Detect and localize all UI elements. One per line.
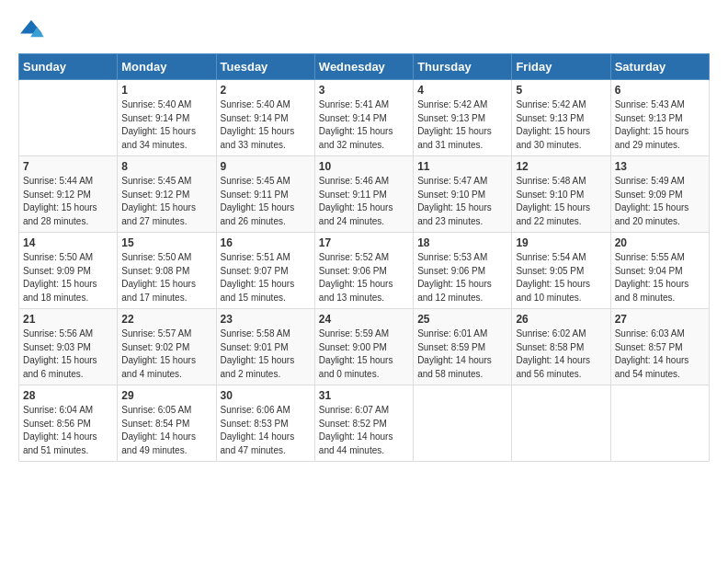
day-info: Sunrise: 5:45 AM Sunset: 9:11 PM Dayligh…	[221, 175, 311, 228]
day-info: Sunrise: 5:50 AM Sunset: 9:08 PM Dayligh…	[121, 251, 211, 304]
day-number: 14	[23, 236, 113, 249]
day-info: Sunrise: 6:01 AM Sunset: 8:59 PM Dayligh…	[417, 327, 507, 381]
calendar-cell: 29Sunrise: 6:05 AM Sunset: 8:54 PM Dayli…	[118, 385, 216, 462]
calendar-cell: 21Sunrise: 5:56 AM Sunset: 9:03 PM Dayli…	[19, 309, 118, 385]
day-number: 21	[23, 313, 113, 326]
logo-icon	[18, 18, 44, 39]
calendar-cell	[610, 385, 709, 462]
day-number: 9	[221, 160, 311, 173]
day-info: Sunrise: 5:52 AM Sunset: 9:06 PM Dayligh…	[319, 251, 409, 304]
calendar-cell: 30Sunrise: 6:06 AM Sunset: 8:53 PM Dayli…	[216, 385, 314, 462]
calendar-cell: 5Sunrise: 5:42 AM Sunset: 9:13 PM Daylig…	[512, 80, 610, 156]
week-row-2: 14Sunrise: 5:50 AM Sunset: 9:09 PM Dayli…	[19, 233, 710, 309]
day-number: 19	[516, 236, 606, 249]
day-info: Sunrise: 5:40 AM Sunset: 9:14 PM Dayligh…	[221, 98, 311, 152]
day-number: 12	[516, 160, 606, 173]
calendar-cell: 24Sunrise: 5:59 AM Sunset: 9:00 PM Dayli…	[314, 309, 413, 385]
day-number: 25	[417, 313, 507, 326]
calendar-cell: 22Sunrise: 5:57 AM Sunset: 9:02 PM Dayli…	[118, 309, 216, 385]
day-number: 20	[615, 236, 705, 249]
day-number: 29	[121, 389, 211, 402]
calendar-cell: 16Sunrise: 5:51 AM Sunset: 9:07 PM Dayli…	[216, 233, 314, 309]
day-info: Sunrise: 5:51 AM Sunset: 9:07 PM Dayligh…	[221, 251, 311, 304]
calendar-cell: 28Sunrise: 6:04 AM Sunset: 8:56 PM Dayli…	[19, 385, 118, 462]
calendar-cell: 26Sunrise: 6:02 AM Sunset: 8:58 PM Dayli…	[512, 309, 610, 385]
day-number: 2	[221, 84, 311, 97]
day-number: 22	[121, 313, 211, 326]
day-info: Sunrise: 5:42 AM Sunset: 9:13 PM Dayligh…	[516, 98, 606, 152]
calendar-cell: 9Sunrise: 5:45 AM Sunset: 9:11 PM Daylig…	[216, 156, 314, 233]
header-sunday: Sunday	[19, 54, 118, 80]
day-info: Sunrise: 5:44 AM Sunset: 9:12 PM Dayligh…	[23, 175, 113, 228]
calendar-cell: 2Sunrise: 5:40 AM Sunset: 9:14 PM Daylig…	[216, 80, 314, 156]
calendar-cell: 6Sunrise: 5:43 AM Sunset: 9:13 PM Daylig…	[610, 80, 709, 156]
calendar-cell	[512, 385, 610, 462]
day-number: 31	[319, 389, 409, 402]
day-number: 3	[319, 84, 409, 97]
calendar-cell: 17Sunrise: 5:52 AM Sunset: 9:06 PM Dayli…	[314, 233, 413, 309]
day-info: Sunrise: 5:47 AM Sunset: 9:10 PM Dayligh…	[417, 175, 507, 228]
calendar-cell: 23Sunrise: 5:58 AM Sunset: 9:01 PM Dayli…	[216, 309, 314, 385]
day-info: Sunrise: 5:53 AM Sunset: 9:06 PM Dayligh…	[417, 251, 507, 304]
calendar-cell	[19, 80, 118, 156]
day-info: Sunrise: 5:46 AM Sunset: 9:11 PM Dayligh…	[319, 175, 409, 228]
day-info: Sunrise: 5:48 AM Sunset: 9:10 PM Dayligh…	[516, 175, 606, 228]
day-info: Sunrise: 5:50 AM Sunset: 9:09 PM Dayligh…	[23, 251, 113, 304]
header-tuesday: Tuesday	[216, 54, 314, 80]
day-number: 30	[221, 389, 311, 402]
calendar-table: SundayMondayTuesdayWednesdayThursdayFrid…	[18, 53, 710, 462]
calendar-cell: 4Sunrise: 5:42 AM Sunset: 9:13 PM Daylig…	[414, 80, 512, 156]
calendar-cell: 8Sunrise: 5:45 AM Sunset: 9:12 PM Daylig…	[118, 156, 216, 233]
header-saturday: Saturday	[610, 54, 709, 80]
day-info: Sunrise: 5:49 AM Sunset: 9:09 PM Dayligh…	[615, 175, 705, 228]
day-info: Sunrise: 5:40 AM Sunset: 9:14 PM Dayligh…	[121, 98, 211, 152]
calendar-cell: 15Sunrise: 5:50 AM Sunset: 9:08 PM Dayli…	[118, 233, 216, 309]
logo	[18, 18, 48, 39]
calendar-cell	[414, 385, 512, 462]
day-info: Sunrise: 5:54 AM Sunset: 9:05 PM Dayligh…	[516, 251, 606, 304]
header-monday: Monday	[118, 54, 216, 80]
day-number: 17	[319, 236, 409, 249]
header	[18, 18, 710, 39]
day-number: 18	[417, 236, 507, 249]
day-number: 15	[121, 236, 211, 249]
day-info: Sunrise: 5:58 AM Sunset: 9:01 PM Dayligh…	[221, 327, 311, 381]
day-info: Sunrise: 6:02 AM Sunset: 8:58 PM Dayligh…	[516, 327, 606, 381]
day-number: 1	[121, 84, 211, 97]
day-number: 8	[121, 160, 211, 173]
day-number: 6	[615, 84, 705, 97]
day-number: 16	[221, 236, 311, 249]
day-number: 26	[516, 313, 606, 326]
calendar-cell: 19Sunrise: 5:54 AM Sunset: 9:05 PM Dayli…	[512, 233, 610, 309]
day-number: 7	[23, 160, 113, 173]
day-info: Sunrise: 6:03 AM Sunset: 8:57 PM Dayligh…	[615, 327, 705, 381]
week-row-4: 28Sunrise: 6:04 AM Sunset: 8:56 PM Dayli…	[19, 385, 710, 462]
calendar-cell: 27Sunrise: 6:03 AM Sunset: 8:57 PM Dayli…	[610, 309, 709, 385]
header-thursday: Thursday	[414, 54, 512, 80]
week-row-1: 7Sunrise: 5:44 AM Sunset: 9:12 PM Daylig…	[19, 156, 710, 233]
day-number: 11	[417, 160, 507, 173]
day-info: Sunrise: 5:41 AM Sunset: 9:14 PM Dayligh…	[319, 98, 409, 152]
day-number: 13	[615, 160, 705, 173]
day-number: 27	[615, 313, 705, 326]
calendar-cell: 14Sunrise: 5:50 AM Sunset: 9:09 PM Dayli…	[19, 233, 118, 309]
calendar-cell: 1Sunrise: 5:40 AM Sunset: 9:14 PM Daylig…	[118, 80, 216, 156]
day-info: Sunrise: 6:05 AM Sunset: 8:54 PM Dayligh…	[121, 404, 211, 457]
week-row-0: 1Sunrise: 5:40 AM Sunset: 9:14 PM Daylig…	[19, 80, 710, 156]
calendar-cell: 13Sunrise: 5:49 AM Sunset: 9:09 PM Dayli…	[610, 156, 709, 233]
header-row: SundayMondayTuesdayWednesdayThursdayFrid…	[19, 54, 710, 80]
day-info: Sunrise: 5:45 AM Sunset: 9:12 PM Dayligh…	[121, 175, 211, 228]
day-number: 23	[221, 313, 311, 326]
calendar-cell: 18Sunrise: 5:53 AM Sunset: 9:06 PM Dayli…	[414, 233, 512, 309]
day-number: 4	[417, 84, 507, 97]
calendar-cell: 3Sunrise: 5:41 AM Sunset: 9:14 PM Daylig…	[314, 80, 413, 156]
calendar-cell: 20Sunrise: 5:55 AM Sunset: 9:04 PM Dayli…	[610, 233, 709, 309]
day-info: Sunrise: 5:57 AM Sunset: 9:02 PM Dayligh…	[121, 327, 211, 381]
header-wednesday: Wednesday	[314, 54, 413, 80]
day-info: Sunrise: 5:42 AM Sunset: 9:13 PM Dayligh…	[417, 98, 507, 152]
day-info: Sunrise: 5:43 AM Sunset: 9:13 PM Dayligh…	[615, 98, 705, 152]
day-number: 24	[319, 313, 409, 326]
day-number: 10	[319, 160, 409, 173]
day-info: Sunrise: 6:04 AM Sunset: 8:56 PM Dayligh…	[23, 404, 113, 457]
day-info: Sunrise: 5:55 AM Sunset: 9:04 PM Dayligh…	[615, 251, 705, 304]
